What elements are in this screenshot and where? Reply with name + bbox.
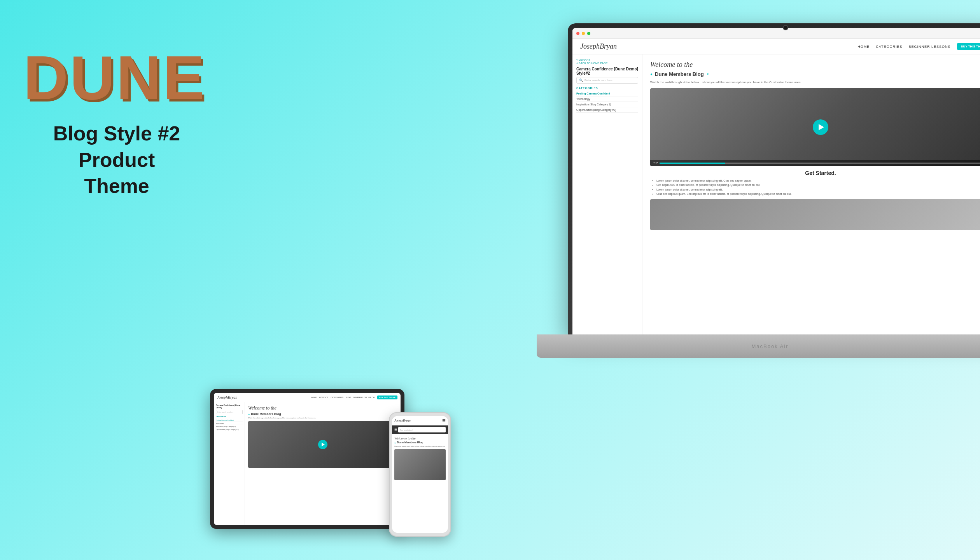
get-started-heading: Get Started.: [650, 170, 980, 176]
laptop-mockup: JosephBryan HOME CATEGORIES BEGINNER LES…: [537, 23, 980, 358]
site-nav: HOME CATEGORIES BEGINNER LESSONS BUY THI…: [858, 43, 980, 50]
minimize-dot: [582, 32, 585, 35]
browser-chrome: [572, 28, 980, 39]
tablet-categories-label: CATEGORIES: [216, 416, 243, 418]
tablet-body: JosephBryan HOME CONTACT CATEGORIES BLOG…: [210, 389, 404, 529]
nav-beginner[interactable]: BEGINNER LESSONS: [909, 45, 951, 49]
phone-blog-icon: ●: [394, 442, 396, 444]
laptop-base: [537, 334, 980, 358]
tablet-nav: HOME CONTACT CATEGORIES BLOG MEMBERS ONL…: [311, 396, 397, 399]
nav-categories[interactable]: CATEGORIES: [876, 45, 902, 49]
tablet-nav-categories[interactable]: CATEGORIES: [331, 396, 343, 399]
nav-home[interactable]: HOME: [858, 45, 870, 49]
blog-title: Dune Members Blog: [655, 71, 704, 77]
tablet-content: Camera Confidence [Dune Demo] Enter sear…: [214, 402, 401, 525]
category-item-1[interactable]: Feeling Camera Confident: [576, 91, 638, 96]
category-item-3[interactable]: Inspiration (Blog Category 1): [576, 102, 638, 107]
subtitle-line3: Theme: [23, 173, 210, 200]
tablet-cat-3[interactable]: Inspiration (Blog Category 1): [216, 425, 243, 428]
phone-main: Welcome to the ● Dune Members Blog Watch…: [392, 434, 448, 533]
tablet-blog-icon: ●: [248, 413, 250, 415]
blog-title-row: ● Dune Members Blog ✦: [650, 71, 980, 77]
category-item-4[interactable]: Opportunities (Blog Category #2): [576, 107, 638, 113]
buy-theme-button[interactable]: BUY THIS THEME: [957, 43, 980, 50]
phone-screen: JosephBryan ☰ ☰ Enter search term [ Welc…: [392, 416, 448, 533]
tablet-play-button[interactable]: [318, 440, 327, 449]
categories-label: CATEGORIES: [576, 87, 638, 89]
search-box[interactable]: 🔍 Enter search term here: [576, 77, 638, 84]
phone-body: JosephBryan ☰ ☰ Enter search term [ Welc…: [389, 412, 451, 537]
tablet-cat-2[interactable]: Technology: [216, 422, 243, 425]
subtitle-line1: Blog Style #2: [23, 121, 210, 147]
bullet-list: Lorem ipsum dolor sit amet, consectetur …: [650, 178, 980, 196]
tablet-video[interactable]: [248, 421, 397, 468]
phone-header: JosephBryan ☰: [392, 416, 448, 425]
bullet-4: Cras sed dapibus quam. Sed dapibus est i…: [656, 192, 980, 196]
back-library-link[interactable]: < LIBRARY: [576, 58, 638, 61]
phone-blog-title: Dune Members Blog: [397, 441, 424, 444]
subtitle-line2: Product: [23, 147, 210, 173]
blog-bullet-icon: ●: [650, 72, 653, 76]
tablet-logo: JosephBryan: [217, 395, 237, 399]
laptop-camera: [783, 25, 788, 30]
video-progress-bar[interactable]: [660, 163, 980, 164]
tablet-screen: JosephBryan HOME CONTACT CATEGORIES BLOG…: [214, 393, 401, 525]
laptop-body: JosephBryan HOME CATEGORIES BEGINNER LES…: [568, 23, 980, 334]
bullet-1: Lorem ipsum dolor sit amet, consectetur …: [656, 178, 980, 183]
tablet-cat-1[interactable]: Feeling Camera Confident: [216, 419, 243, 422]
phone-menu-icon[interactable]: ☰: [394, 428, 397, 432]
site-header: JosephBryan HOME CATEGORIES BEGINNER LES…: [572, 39, 980, 54]
welcome-heading: Welcome to the: [650, 61, 980, 69]
video-controls: 7:47: [650, 160, 980, 166]
tablet-nav-members[interactable]: MEMBERS ONLY BLOG: [354, 396, 375, 399]
tablet-mockup: JosephBryan HOME CONTACT CATEGORIES BLOG…: [210, 389, 404, 529]
search-icon: 🔍: [579, 79, 583, 82]
left-section: DUNE Blog Style #2 Product Theme: [23, 47, 210, 200]
play-icon: [819, 124, 824, 130]
tablet-buy-button[interactable]: BUY THIS THEME: [377, 396, 397, 399]
tablet-header: JosephBryan HOME CONTACT CATEGORIES BLOG…: [214, 393, 401, 402]
site-main: Welcome to the ● Dune Members Blog ✦ Wat…: [642, 54, 980, 334]
play-button[interactable]: [813, 119, 828, 135]
tablet-blog-title-row: ● Dune Members Blog: [248, 412, 397, 416]
category-item-2[interactable]: Technology: [576, 96, 638, 102]
video-player[interactable]: 7:47: [650, 88, 980, 166]
phone-search-placeholder: Enter search term [: [400, 429, 413, 431]
tablet-blog-title-text: Dune Members Blog: [251, 412, 281, 416]
video-time: 7:47: [653, 162, 658, 164]
tablet-nav-contact[interactable]: CONTACT: [319, 396, 329, 399]
maximize-dot: [587, 32, 590, 35]
tablet-nav-blog[interactable]: BLOG: [346, 396, 351, 399]
tablet-sidebar: Camera Confidence [Dune Demo] Enter sear…: [214, 402, 245, 525]
search-placeholder: Enter search term here: [584, 79, 612, 82]
sidebar-page-title: Camera Confidence [Dune Demo] Style#2: [576, 67, 638, 75]
close-dot: [576, 32, 579, 35]
site-sidebar: < LIBRARY < BACK TO HOME PAGE Camera Con…: [572, 54, 642, 334]
blog-star-icon: ✦: [706, 72, 709, 76]
tablet-blog-desc: Watch the walkthrough video below. I sho…: [248, 417, 397, 419]
back-home-link[interactable]: < BACK TO HOME PAGE: [576, 62, 638, 65]
hamburger-menu-icon[interactable]: ☰: [442, 418, 446, 423]
bullet-2: Sed dapibus ex id enim facilisis, at pos…: [656, 183, 980, 187]
phone-video[interactable]: [394, 449, 446, 480]
dune-title: DUNE: [23, 47, 210, 109]
video-progress-fill: [660, 163, 725, 164]
laptop-screen: JosephBryan HOME CATEGORIES BEGINNER LES…: [572, 28, 980, 334]
second-image: [650, 199, 980, 230]
tablet-welcome: Welcome to the: [248, 405, 397, 411]
phone-welcome: Welcome to the: [394, 436, 446, 440]
tablet-play-icon: [322, 443, 325, 446]
phone-search-bar: ☰ Enter search term [: [392, 425, 448, 434]
phone-desc: Watch the walkthrough video below. I sho…: [394, 445, 446, 448]
phone-mockup: JosephBryan ☰ ☰ Enter search term [ Welc…: [389, 412, 451, 537]
tablet-search[interactable]: Enter search term here: [216, 410, 243, 414]
phone-logo: JosephBryan: [394, 419, 411, 422]
tablet-cat-4[interactable]: Opportunities (Blog Category #2): [216, 428, 243, 431]
bullet-3: Lorem ipsum dolor sit amet, consectetur …: [656, 187, 980, 192]
tablet-nav-home[interactable]: HOME: [311, 396, 317, 399]
tablet-main: Welcome to the ● Dune Members Blog Watch…: [245, 402, 401, 525]
site-logo: JosephBryan: [580, 42, 617, 51]
tablet-page-title: Camera Confidence [Dune Demo]: [216, 404, 243, 409]
tablet-search-placeholder: Enter search term here: [217, 411, 233, 413]
phone-search-input[interactable]: Enter search term [: [398, 427, 446, 432]
